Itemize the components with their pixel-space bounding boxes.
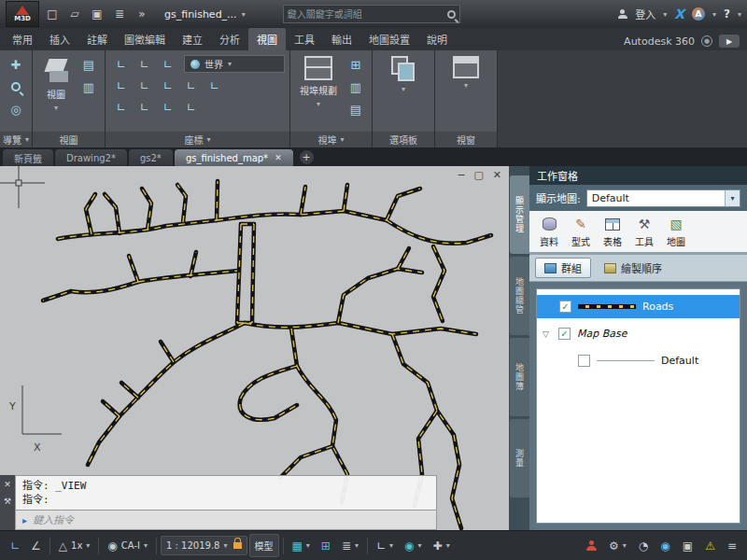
panel-label-navigate[interactable]: 導覽 ▾ xyxy=(0,132,32,147)
tab-insert[interactable]: 插入 xyxy=(41,28,78,50)
ucs-y-rotate-icon[interactable]: ∟ xyxy=(134,97,155,117)
panel-label-windows[interactable]: 視窗 xyxy=(435,132,497,147)
ucs-3point-icon[interactable]: ∟ xyxy=(180,97,202,117)
open-file-icon[interactable]: ▱ xyxy=(65,4,84,24)
tab-annotate[interactable]: 註解 xyxy=(78,28,116,50)
map-scale-button[interactable]: 1 : 12019.8 ▾ xyxy=(161,536,247,555)
customization-icon[interactable]: ≡ xyxy=(727,540,737,552)
tab-display-manager[interactable]: 顯示管理 xyxy=(510,175,529,254)
table-button[interactable]: 表格 xyxy=(599,215,627,249)
search-input[interactable] xyxy=(288,9,444,20)
tab-analyze[interactable]: 分析 xyxy=(211,28,248,50)
tab-feature-edit[interactable]: 圖徵編輯 xyxy=(116,28,174,50)
panel-label-coordinates[interactable]: 座標 ▾ xyxy=(106,132,289,147)
groups-view-button[interactable]: 群組 xyxy=(535,258,591,278)
layer-row-map-base[interactable]: ▽ ✓ Map Base xyxy=(537,322,740,345)
style-button[interactable]: ✎ 型式 xyxy=(567,215,595,249)
grid-display-button[interactable]: ▦ ▾ xyxy=(288,537,315,555)
ucs-previous-icon[interactable]: ∟ xyxy=(110,76,132,95)
scale-lock-icon[interactable] xyxy=(233,542,242,549)
panel-label-viewports[interactable]: 視埠 ▾ xyxy=(290,132,372,147)
layer-row-default[interactable]: Default xyxy=(537,349,740,372)
file-tab-new[interactable]: 新頁籤 xyxy=(3,149,53,166)
tab-view[interactable]: 視圖 xyxy=(248,28,286,50)
ucs-z-axis-icon[interactable]: ∟ xyxy=(157,76,178,95)
online-map-icon[interactable]: ◉ xyxy=(660,540,669,552)
ucs-view-icon[interactable]: ∟ xyxy=(180,76,202,95)
ucs-object-icon[interactable]: ∟ xyxy=(157,54,178,74)
ucs-z-rotate-icon[interactable]: ∟ xyxy=(157,97,178,117)
warning-icon[interactable]: ⚠ xyxy=(705,540,715,552)
geolocation-button[interactable]: ◉ ▾ xyxy=(400,537,427,555)
map-button[interactable]: ▧ 地圖 xyxy=(662,215,690,249)
viewport-join-icon[interactable]: ⊞ xyxy=(345,54,367,75)
file-tab-gs-finished-map[interactable]: gs_finished_map* ✕ xyxy=(175,149,293,166)
app-menu-button[interactable]: M3D xyxy=(6,1,39,27)
ucs-x-rotate-icon[interactable]: ∟ xyxy=(110,97,132,117)
viewport-restore-icon[interactable]: ▥ xyxy=(345,77,367,97)
video-play-icon[interactable]: ▶ xyxy=(719,35,740,48)
file-tab-gs2[interactable]: gs2* xyxy=(129,149,173,166)
roads-checkbox[interactable]: ✓ xyxy=(559,301,571,313)
isolate-objects-icon[interactable]: ▣ xyxy=(683,540,693,552)
file-tab-drawing2[interactable]: Drawing2* xyxy=(55,149,127,166)
tab-tools[interactable]: 工具 xyxy=(286,28,323,50)
model-space-button[interactable]: 模型 xyxy=(249,534,279,557)
default-checkbox[interactable] xyxy=(578,355,590,367)
data-button[interactable]: 資料 xyxy=(535,215,563,249)
tab-help[interactable]: 說明 xyxy=(418,28,456,50)
viewport-config-button[interactable]: 視埠規劃 ▾ xyxy=(295,54,342,110)
tab-map-book[interactable]: 地圖簿 xyxy=(510,338,529,416)
connect-icon[interactable]: ● xyxy=(701,35,712,47)
ucs-origin-icon[interactable]: ∟ xyxy=(134,76,155,95)
tab-map-setup[interactable]: 地圖設置 xyxy=(360,28,418,50)
layer-row-roads[interactable]: ✓ Roads xyxy=(537,295,740,318)
map-base-checkbox[interactable]: ✓ xyxy=(558,328,571,340)
pan-icon[interactable]: ✚ xyxy=(5,54,27,75)
infer-constraints-icon[interactable]: ∟ xyxy=(10,540,20,552)
workspace-list-button[interactable]: ≣ ▾ xyxy=(337,537,363,555)
draw-order-view-button[interactable]: 繪製順序 xyxy=(596,259,670,277)
palettes-button[interactable]: ▾ xyxy=(387,54,420,95)
tools-button[interactable]: ⚒ 工具 xyxy=(630,215,658,249)
qat-more-icon[interactable]: » xyxy=(133,4,151,24)
ucs-world-icon[interactable]: ∟ xyxy=(134,54,155,74)
combo-caret-icon[interactable]: ▾ xyxy=(725,190,740,206)
ucs-named-combo[interactable]: 世界 ▾ xyxy=(184,55,285,73)
exchange-apps-icon[interactable]: X xyxy=(674,7,684,21)
signin-button[interactable]: 登入 xyxy=(635,7,655,21)
view-cols-icon[interactable]: ▥ xyxy=(78,77,100,97)
panel-label-view[interactable]: 視圖 xyxy=(33,132,105,147)
view-rows-icon[interactable]: ▤ xyxy=(78,54,100,75)
ucs-icon[interactable]: ∟ xyxy=(110,54,132,74)
minimize-icon[interactable]: ─ xyxy=(458,169,465,181)
ucs-face-icon[interactable]: ∟ xyxy=(204,76,225,95)
steering-wheel-icon[interactable]: ◎ xyxy=(5,99,27,119)
tab-survey[interactable]: 測量 xyxy=(510,419,529,497)
ortho-button[interactable]: ∟ ▾ xyxy=(372,537,398,555)
command-close-icon[interactable]: ✕ xyxy=(4,480,11,489)
tab-output[interactable]: 輸出 xyxy=(323,28,360,50)
tab-autodesk-360[interactable]: Autodesk 360 xyxy=(624,35,695,48)
display-map-combo[interactable]: Default ▾ xyxy=(586,189,740,207)
tab-map-explorer[interactable]: 地圖總管 xyxy=(510,257,529,335)
search-icon[interactable] xyxy=(447,10,456,19)
tab-create[interactable]: 建立 xyxy=(174,28,211,50)
a360-icon[interactable]: A xyxy=(692,7,705,21)
new-tab-button[interactable]: + xyxy=(300,150,314,164)
panel-label-palettes[interactable]: 選項板 xyxy=(373,132,434,147)
selection-cycling-button[interactable]: ✚ ▾ xyxy=(429,537,455,555)
performance-icon[interactable]: ◔ xyxy=(639,540,648,552)
new-file-icon[interactable]: □ xyxy=(43,4,62,24)
viewport-named-icon[interactable]: ▤ xyxy=(345,99,367,119)
a360-user-icon[interactable] xyxy=(586,540,597,551)
restore-icon[interactable]: ▢ xyxy=(473,169,483,181)
document-title[interactable]: gs_finished_... ▾ xyxy=(155,7,255,22)
command-customize-icon[interactable]: ⚒ xyxy=(4,497,11,506)
close-icon[interactable]: ✕ xyxy=(493,169,501,181)
help-button[interactable]: ? xyxy=(724,7,730,21)
close-tab-icon[interactable]: ✕ xyxy=(275,153,282,162)
command-input[interactable] xyxy=(33,514,430,526)
snap-grid-icon[interactable]: ⊞ xyxy=(321,540,331,552)
windows-button[interactable]: ▾ xyxy=(448,54,484,91)
